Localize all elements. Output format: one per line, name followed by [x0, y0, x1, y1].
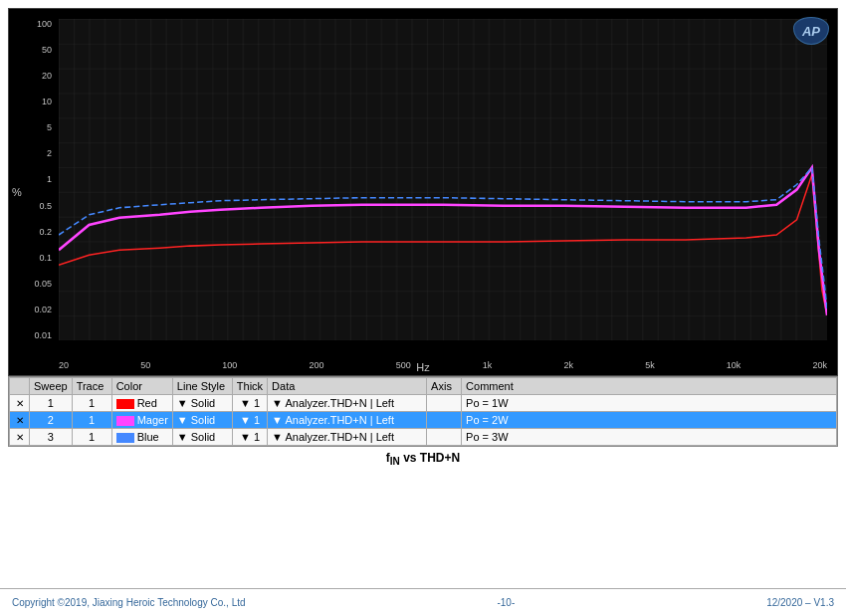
- row-data[interactable]: ▼ Analyzer.THD+N | Left: [268, 395, 427, 412]
- row-sweep: 1: [30, 395, 73, 412]
- y-tick: 0.01: [14, 330, 52, 340]
- x-tick: 2k: [563, 360, 573, 370]
- row-comment: Po = 1W: [462, 395, 837, 412]
- y-tick: 50: [14, 45, 52, 55]
- row-comment: Po = 2W: [462, 412, 837, 429]
- x-tick: 100: [222, 360, 237, 370]
- chart-title: fIN vs THD+N: [0, 447, 846, 469]
- col-header-sweep: Sweep: [30, 378, 73, 395]
- x-tick: 10k: [727, 360, 741, 370]
- table-row[interactable]: ✕ 2 1 Mager ▼ Solid ▼ 1 ▼ Analyzer.THD+N…: [10, 412, 837, 429]
- row-linestyle[interactable]: ▼ Solid: [172, 412, 232, 429]
- y-tick: 5: [14, 122, 52, 132]
- table-row[interactable]: ✕ 3 1 Blue ▼ Solid ▼ 1 ▼ Analyzer.THD+N …: [10, 429, 837, 446]
- y-tick: 0.02: [14, 305, 52, 314]
- x-tick: 500: [396, 360, 411, 370]
- table-row[interactable]: ✕ 1 1 Red ▼ Solid ▼ 1 ▼ Analyzer.THD+N |…: [10, 395, 837, 412]
- row-axis: [427, 395, 462, 412]
- row-sweep: 3: [30, 429, 73, 446]
- col-header-check: [10, 378, 30, 395]
- row-thick: ▼ 1: [232, 429, 267, 446]
- row-axis: [427, 412, 462, 429]
- chart-area: % 100 50 20 10 5 2 1 0.5 0.2 0.1 0.05 0.…: [8, 8, 838, 376]
- chart-title-text: fIN vs THD+N: [386, 451, 460, 465]
- footer-page: -10-: [497, 597, 515, 608]
- row-thick: ▼ 1: [232, 412, 267, 429]
- row-color[interactable]: Mager: [111, 412, 172, 429]
- color-swatch: [116, 416, 134, 426]
- row-check[interactable]: ✕: [10, 429, 30, 446]
- y-tick: 20: [14, 71, 52, 81]
- col-header-trace: Trace: [72, 378, 111, 395]
- row-check[interactable]: ✕: [10, 395, 30, 412]
- color-swatch: [116, 433, 134, 443]
- y-tick: 0.5: [14, 201, 52, 211]
- col-header-data: Data: [268, 378, 427, 395]
- color-swatch: [116, 399, 134, 409]
- y-tick: 100: [14, 19, 52, 29]
- y-tick: 10: [14, 97, 52, 106]
- table-header-row: Sweep Trace Color Line Style Thick Data …: [10, 378, 837, 395]
- col-header-comment: Comment: [462, 378, 837, 395]
- x-tick: 20k: [812, 360, 827, 370]
- row-trace: 1: [72, 412, 111, 429]
- col-header-linestyle: Line Style: [172, 378, 232, 395]
- row-color[interactable]: Red: [111, 395, 172, 412]
- row-data[interactable]: ▼ Analyzer.THD+N | Left: [268, 429, 427, 446]
- footer: Copyright ©2019, Jiaxing Heroic Technolo…: [0, 588, 846, 616]
- row-data[interactable]: ▼ Analyzer.THD+N | Left: [268, 412, 427, 429]
- footer-version: 12/2020 – V1.3: [766, 597, 834, 608]
- y-tick: 2: [14, 148, 52, 158]
- chart-svg: [59, 19, 827, 340]
- footer-copyright: Copyright ©2019, Jiaxing Heroic Technolo…: [12, 597, 246, 608]
- col-header-axis: Axis: [427, 378, 462, 395]
- x-tick: 5k: [645, 360, 655, 370]
- table-body: ✕ 1 1 Red ▼ Solid ▼ 1 ▼ Analyzer.THD+N |…: [10, 395, 837, 446]
- x-tick: 50: [140, 360, 150, 370]
- data-table: Sweep Trace Color Line Style Thick Data …: [9, 377, 837, 446]
- row-sweep: 2: [30, 412, 73, 429]
- y-tick: 0.2: [14, 227, 52, 237]
- y-tick: 1: [14, 174, 52, 184]
- x-tick: 20: [59, 360, 69, 370]
- x-tick: 200: [309, 360, 323, 370]
- col-header-thick: Thick: [232, 378, 267, 395]
- row-check[interactable]: ✕: [10, 412, 30, 429]
- row-comment: Po = 3W: [462, 429, 837, 446]
- main-container: % 100 50 20 10 5 2 1 0.5 0.2 0.1 0.05 0.…: [0, 0, 846, 616]
- table-area: Sweep Trace Color Line Style Thick Data …: [8, 376, 838, 447]
- y-tick: 0.05: [14, 279, 52, 289]
- y-axis: 100 50 20 10 5 2 1 0.5 0.2 0.1 0.05 0.02…: [14, 19, 52, 340]
- x-axis-label: Hz: [416, 361, 429, 373]
- row-color[interactable]: Blue: [111, 429, 172, 446]
- row-trace: 1: [72, 429, 111, 446]
- row-thick: ▼ 1: [232, 395, 267, 412]
- row-axis: [427, 429, 462, 446]
- chart-inner: [59, 19, 827, 340]
- col-header-color: Color: [111, 378, 172, 395]
- x-tick: 1k: [483, 360, 493, 370]
- y-tick: 0.1: [14, 253, 52, 263]
- x-axis: 20 50 100 200 500 1k 2k 5k 10k 20k: [59, 360, 827, 370]
- row-trace: 1: [72, 395, 111, 412]
- row-linestyle[interactable]: ▼ Solid: [172, 429, 232, 446]
- svg-rect-8: [59, 19, 827, 340]
- row-linestyle[interactable]: ▼ Solid: [172, 395, 232, 412]
